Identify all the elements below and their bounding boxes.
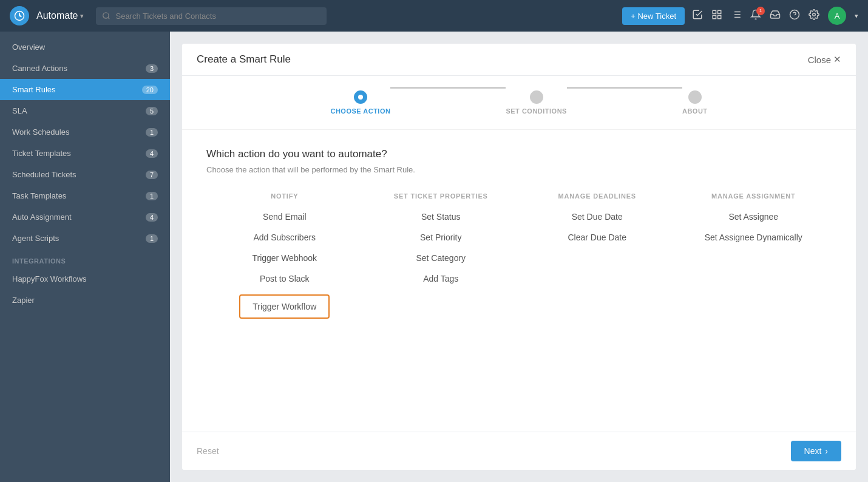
task-templates-count: 1 <box>146 192 158 200</box>
sidebar-item-smart-rules[interactable]: Smart Rules 20 <box>0 79 170 100</box>
smart-rule-panel: Create a Smart Rule Close ✕ CHOOSE ACTIO… <box>182 44 856 470</box>
step-line-2 <box>567 87 682 89</box>
close-button[interactable]: Close ✕ <box>808 54 841 65</box>
sidebar-item-happyfox-workflows[interactable]: HappyFox Workflows <box>0 268 170 290</box>
avatar-chevron[interactable]: ▾ <box>855 12 858 20</box>
action-item-0-4[interactable]: Trigger Workflow <box>239 294 330 319</box>
step-3-label: ABOUT <box>682 107 708 115</box>
smart-rules-count: 20 <box>142 86 158 94</box>
action-item-1-3[interactable]: Add Tags <box>423 274 458 283</box>
search-input[interactable] <box>96 7 327 25</box>
step-2-label: SET CONDITIONS <box>506 107 567 115</box>
action-item-0-3[interactable]: Post to Slack <box>260 274 310 283</box>
auto-assignment-count: 4 <box>146 213 158 222</box>
action-column-2: MANAGE DEADLINESSet Due DateClear Due Da… <box>519 192 676 330</box>
sidebar-item-agent-scripts[interactable]: Agent Scripts 1 <box>0 228 170 249</box>
panel-header: Create a Smart Rule Close ✕ <box>182 44 856 76</box>
sidebar-item-ticket-templates[interactable]: Ticket Templates 4 <box>0 143 170 164</box>
list-icon[interactable] <box>731 9 742 23</box>
sidebar-item-canned-actions[interactable]: Canned Actions 3 <box>0 58 170 79</box>
action-col-header-0: NOTIFY <box>271 192 298 200</box>
step-3-circle <box>688 90 702 104</box>
action-item-1-1[interactable]: Set Priority <box>420 233 461 242</box>
inbox-icon[interactable] <box>770 9 781 23</box>
app-logo <box>10 6 29 25</box>
action-col-header-2: MANAGE DEADLINES <box>558 192 636 200</box>
close-icon: ✕ <box>833 54 841 65</box>
action-column-3: MANAGE ASSIGNMENTSet AssigneeSet Assigne… <box>676 192 832 330</box>
sidebar-item-task-templates[interactable]: Task Templates 1 <box>0 185 170 206</box>
reset-button[interactable]: Reset <box>197 446 219 456</box>
step-line-1 <box>390 87 506 89</box>
step-set-conditions: SET CONDITIONS <box>506 90 567 115</box>
step-about: ABOUT <box>682 90 708 115</box>
action-item-1-2[interactable]: Set Category <box>416 253 466 263</box>
form-question: Which action do you want to automate? <box>206 148 832 160</box>
sidebar-item-auto-assignment[interactable]: Auto Assignment 4 <box>0 206 170 228</box>
svg-rect-3 <box>718 10 721 13</box>
step-1-label: CHOOSE ACTION <box>330 107 390 115</box>
action-item-3-0[interactable]: Set Assignee <box>728 212 778 222</box>
action-column-1: SET TICKET PROPERTIESSet StatusSet Prior… <box>363 192 520 330</box>
sidebar-item-overview[interactable]: Overview <box>0 36 170 58</box>
sidebar-item-sla[interactable]: SLA 5 <box>0 100 170 121</box>
search-icon <box>102 12 110 20</box>
sidebar-item-work-schedules[interactable]: Work Schedules 1 <box>0 121 170 143</box>
action-item-3-1[interactable]: Set Assignee Dynamically <box>705 233 802 242</box>
work-schedules-count: 1 <box>146 128 158 137</box>
help-icon[interactable] <box>789 9 800 23</box>
action-col-header-1: SET TICKET PROPERTIES <box>394 192 488 200</box>
new-ticket-button[interactable]: + New Ticket <box>622 7 685 25</box>
panel-footer: Reset Next › <box>182 432 856 470</box>
step-1-circle <box>354 90 367 104</box>
app-title[interactable]: Automate ▾ <box>36 10 84 21</box>
topnav-icons: 1 A ▾ <box>692 7 858 25</box>
canned-actions-count: 3 <box>146 64 158 73</box>
action-column-0: NOTIFYSend EmailAdd SubscribersTrigger W… <box>206 192 363 330</box>
svg-point-1 <box>103 13 109 18</box>
form-subtitle: Choose the action that will be performed… <box>206 165 832 174</box>
ticket-templates-count: 4 <box>146 149 158 158</box>
stepper: CHOOSE ACTION SET CONDITIONS ABOUT <box>182 76 856 130</box>
integrations-section-title: Integrations <box>0 249 170 268</box>
notification-badge: 1 <box>756 7 765 15</box>
action-item-0-1[interactable]: Add Subscribers <box>253 233 316 242</box>
actions-grid: NOTIFYSend EmailAdd SubscribersTrigger W… <box>206 192 832 330</box>
action-item-0-2[interactable]: Trigger Webhook <box>252 253 317 263</box>
action-item-1-0[interactable]: Set Status <box>421 212 461 222</box>
svg-point-14 <box>813 13 816 16</box>
check-icon[interactable] <box>692 9 703 23</box>
step-2-circle <box>530 90 543 104</box>
settings-icon[interactable] <box>809 9 819 23</box>
notification-icon[interactable]: 1 <box>750 9 761 23</box>
svg-rect-2 <box>713 10 716 13</box>
action-item-2-1[interactable]: Clear Due Date <box>568 233 627 242</box>
action-item-2-0[interactable]: Set Due Date <box>572 212 623 222</box>
sla-count: 5 <box>146 107 158 115</box>
sidebar: Overview Canned Actions 3 Smart Rules 20… <box>0 32 170 482</box>
action-item-0-0[interactable]: Send Email <box>263 212 307 222</box>
chevron-down-icon: ▾ <box>80 12 84 20</box>
main-layout: Overview Canned Actions 3 Smart Rules 20… <box>0 32 868 482</box>
search-wrapper <box>96 7 327 25</box>
content-area: Create a Smart Rule Close ✕ CHOOSE ACTIO… <box>170 32 868 482</box>
panel-title: Create a Smart Rule <box>197 53 291 66</box>
avatar[interactable]: A <box>828 7 846 25</box>
sidebar-item-scheduled-tickets[interactable]: Scheduled Tickets 7 <box>0 164 170 185</box>
sidebar-item-zapier[interactable]: Zapier <box>0 290 170 311</box>
topnav: Automate ▾ + New Ticket 1 A ▾ <box>0 0 868 32</box>
agent-scripts-count: 1 <box>146 234 158 243</box>
next-chevron-icon: › <box>825 446 828 456</box>
step-choose-action: CHOOSE ACTION <box>330 90 390 115</box>
layout-icon[interactable] <box>711 9 722 23</box>
scheduled-tickets-count: 7 <box>146 171 158 179</box>
svg-rect-5 <box>713 15 716 18</box>
next-button[interactable]: Next › <box>791 441 841 461</box>
action-col-header-3: MANAGE ASSIGNMENT <box>711 192 795 200</box>
svg-rect-4 <box>718 15 721 18</box>
form-area: Which action do you want to automate? Ch… <box>182 130 856 432</box>
